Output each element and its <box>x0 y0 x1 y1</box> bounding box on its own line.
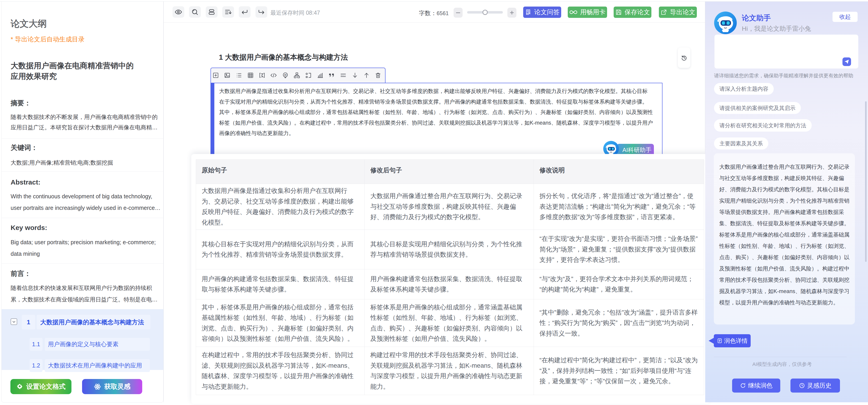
svg-text:AI: AI <box>284 74 286 76</box>
